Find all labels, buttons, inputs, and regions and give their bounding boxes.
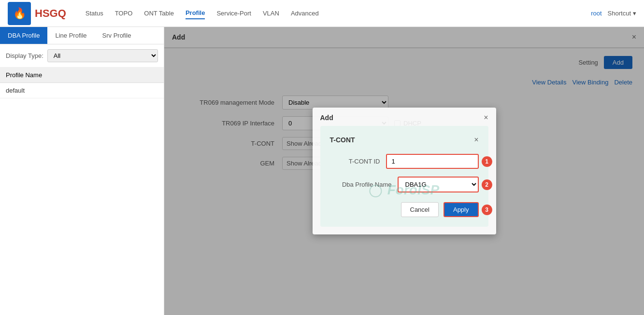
nav-shortcut[interactable]: Shortcut ▾ — [608, 10, 636, 17]
chevron-down-icon: ▾ — [633, 10, 636, 17]
modal-inner: T-CONT × T-CONT ID 1 Dba Profile Name DB… — [320, 126, 488, 227]
step-2-badge: 2 — [482, 179, 492, 190]
nav-ont-table[interactable]: ONT Table — [144, 8, 174, 19]
modal-outer-header: Add × — [320, 113, 488, 122]
modal-buttons: Cancel Apply 3 — [330, 202, 479, 217]
profile-table-header: Profile Name — [0, 68, 164, 83]
page-container: DBA Profile Line Profile Srv Profile Dis… — [0, 27, 644, 315]
nav-topo[interactable]: TOPO — [115, 8, 133, 19]
display-type-select[interactable]: All — [47, 49, 158, 62]
nav-links: Status TOPO ONT Table Profile Service-Po… — [86, 7, 591, 19]
modal-overlay: Add × T-CONT × T-CONT ID 1 — [164, 27, 644, 315]
modal-outer-title: Add — [320, 114, 333, 122]
tab-dba-profile[interactable]: DBA Profile — [0, 27, 47, 44]
logo: 🔥 HSGQ — [8, 2, 66, 25]
nav-vlan[interactable]: VLAN — [263, 8, 279, 19]
navbar: 🔥 HSGQ Status TOPO ONT Table Profile Ser… — [0, 0, 644, 27]
nav-user: root — [591, 10, 601, 17]
tab-bar: DBA Profile Line Profile Srv Profile — [0, 27, 164, 44]
apply-button[interactable]: Apply — [444, 202, 479, 217]
tcont-id-group: T-CONT ID 1 — [330, 154, 479, 169]
step-3-badge: 3 — [482, 205, 492, 215]
left-panel: DBA Profile Line Profile Srv Profile Dis… — [0, 27, 164, 315]
dba-profile-label: Dba Profile Name — [330, 181, 398, 188]
modal-outer-close-icon[interactable]: × — [484, 113, 488, 122]
step-1-badge: 1 — [482, 156, 492, 167]
nav-profile[interactable]: Profile — [186, 7, 205, 19]
tab-srv-profile[interactable]: Srv Profile — [95, 27, 139, 44]
tab-line-profile[interactable]: Line Profile — [47, 27, 94, 44]
logo-icon: 🔥 — [8, 2, 31, 25]
nav-right: root Shortcut ▾ — [591, 10, 636, 17]
modal-inner-header: T-CONT × — [330, 136, 479, 144]
tcont-id-input[interactable] — [386, 154, 479, 169]
dba-profile-group: Dba Profile Name DBA1G 2 — [330, 177, 479, 192]
right-panel: Add × Setting Add View Details View Bind… — [164, 27, 644, 315]
modal-outer: Add × T-CONT × T-CONT ID 1 — [313, 108, 496, 234]
cancel-button[interactable]: Cancel — [401, 202, 439, 217]
filter-row: Display Type: All — [0, 44, 164, 68]
modal-inner-close-icon[interactable]: × — [474, 136, 478, 144]
nav-advanced[interactable]: Advanced — [291, 8, 319, 19]
nav-status[interactable]: Status — [86, 8, 103, 19]
filter-label: Display Type: — [6, 52, 43, 59]
nav-service-port[interactable]: Service-Port — [216, 8, 251, 19]
profile-name-header: Profile Name — [6, 71, 42, 79]
modal-inner-title: T-CONT — [330, 136, 355, 144]
table-row: default — [0, 83, 164, 98]
tcont-id-label: T-CONT ID — [330, 158, 386, 165]
dba-profile-select[interactable]: DBA1G — [398, 177, 479, 192]
profile-name-cell: default — [6, 87, 25, 94]
logo-flame-icon: 🔥 — [13, 7, 26, 20]
logo-text: HSGQ — [35, 7, 66, 20]
